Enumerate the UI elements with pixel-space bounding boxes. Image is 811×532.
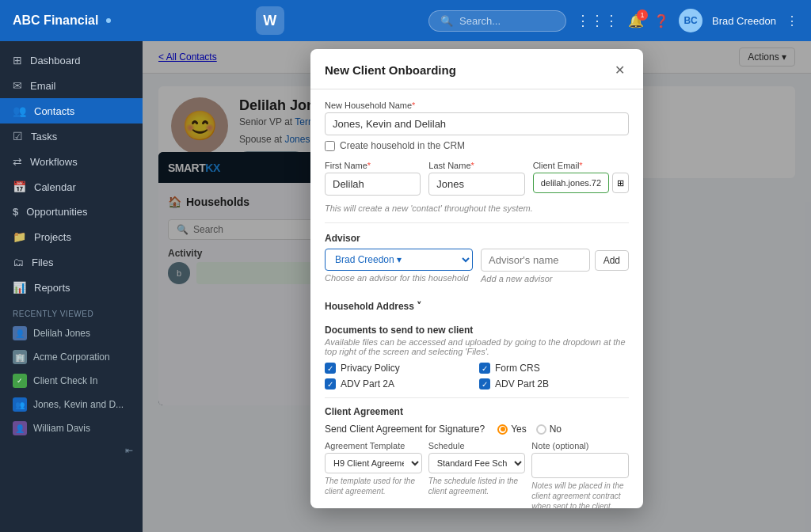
search-icon: 🔍: [440, 15, 453, 27]
email-row: ⊞: [533, 173, 629, 193]
calendar-icon: 📅: [13, 180, 26, 193]
email-col: Client Email* ⊞: [533, 161, 629, 196]
modal-title: New Client Onboarding: [325, 63, 456, 77]
user-menu-icon[interactable]: ⋮: [786, 13, 798, 28]
help-icon[interactable]: ❓: [653, 13, 669, 28]
sidebar-item-workflows[interactable]: ⇄ Workflows: [0, 149, 143, 174]
sidebar-item-contacts[interactable]: 👥 Contacts: [0, 98, 143, 124]
recent-item-delilah[interactable]: 👤 Delilah Jones: [0, 321, 143, 345]
household-address-row[interactable]: Household Address ˅: [325, 291, 629, 317]
contacts-icon: 👥: [13, 104, 26, 117]
app-layout: ⊞ Dashboard ✉ Email 👥 Contacts ☑ Tasks ⇄…: [0, 41, 811, 532]
recent-item-william[interactable]: 👤 William Davis: [0, 416, 143, 440]
advisor-name-input[interactable]: [481, 249, 590, 272]
privacy-policy-checkbox[interactable]: ✓: [325, 363, 336, 374]
reports-icon: 📊: [13, 281, 26, 294]
adv-2a-label: ADV Part 2A: [341, 378, 394, 390]
household-name-label: New Household Name*: [325, 101, 629, 110]
workflows-icon: ⇄: [13, 155, 22, 168]
adv-2b-checkbox[interactable]: ✓: [479, 378, 490, 390]
grid-icon[interactable]: ⋮⋮⋮: [576, 12, 619, 29]
schedule-note: The schedule listed in the client agreem…: [428, 476, 526, 496]
advisor-select[interactable]: Brad Creedon ▾: [325, 249, 473, 271]
create-crm-checkbox[interactable]: [325, 141, 335, 151]
last-name-input[interactable]: [428, 173, 524, 196]
projects-icon: 📁: [13, 230, 26, 243]
email-input[interactable]: [533, 173, 609, 193]
last-name-col: Last Name*: [428, 161, 524, 196]
template-label: Agreement Template: [325, 441, 422, 450]
sidebar-item-tasks[interactable]: ☑ Tasks: [0, 124, 143, 149]
advisor-row: Brad Creedon ▾ Choose an advisor for thi…: [325, 249, 629, 283]
advisor-section-title: Advisor: [325, 233, 629, 244]
sidebar-collapse-btn[interactable]: ⇤: [0, 440, 143, 461]
recently-viewed-section: RECENTLY VIEWED: [0, 300, 143, 321]
global-search[interactable]: 🔍: [428, 10, 566, 32]
brand-logo: ABC Financial: [13, 13, 111, 28]
recent-item-checkin[interactable]: ✓ Client Check In: [0, 369, 143, 393]
recent-label-checkin: Client Check In: [33, 375, 97, 386]
sidebar-label-email: Email: [30, 80, 56, 92]
sidebar-item-dashboard[interactable]: ⊞ Dashboard: [0, 48, 143, 73]
docs-section: Documents to send to new client Availabl…: [325, 325, 629, 390]
email-icon: ✉: [13, 79, 22, 92]
ca-no-label: No: [550, 424, 562, 435]
first-name-col: First Name*: [325, 161, 421, 196]
add-advisor-col: Add Add a new advisor: [481, 249, 629, 283]
ca-no-radio[interactable]: [536, 424, 546, 435]
modal-close-btn[interactable]: ✕: [610, 60, 629, 79]
doc-adv-2b: ✓ ADV Part 2B: [479, 378, 629, 390]
sidebar-item-email[interactable]: ✉ Email: [0, 73, 143, 98]
adv-2a-checkbox[interactable]: ✓: [325, 378, 336, 390]
user-name: Brad Creedon: [712, 15, 776, 27]
signature-row: Send Client Agreement for Signature? Yes: [325, 424, 629, 435]
add-advisor-row: Add: [481, 249, 629, 272]
ca-no-option[interactable]: No: [536, 424, 562, 435]
notification-bell[interactable]: 🔔 1: [628, 13, 644, 28]
recent-icon-cc: ✓: [13, 374, 27, 388]
modal-overlay: New Client Onboarding ✕ New Household Na…: [143, 41, 811, 532]
schedule-select[interactable]: Standard Fee Schedule ˅: [428, 453, 526, 473]
search-input[interactable]: [459, 15, 554, 27]
choose-advisor-note: Choose an advisor for this household: [325, 273, 473, 283]
recent-label-delilah: Delilah Jones: [33, 328, 90, 339]
add-advisor-btn[interactable]: Add: [595, 250, 629, 271]
first-name-label: First Name*: [325, 161, 421, 170]
dashboard-icon: ⊞: [13, 54, 22, 66]
template-select[interactable]: H9 Client Agreement.p...: [325, 453, 422, 473]
ca-yes-radio[interactable]: [497, 424, 508, 435]
ca-radio-group: Yes No: [497, 424, 562, 435]
sidebar-item-files[interactable]: 🗂 Files: [0, 249, 143, 275]
client-agreement-section: Client Agreement Send Client Agreement f…: [325, 397, 629, 508]
sidebar-label-files: Files: [32, 256, 53, 268]
email-options-btn[interactable]: ⊞: [612, 173, 629, 193]
recent-label-jones: Jones, Kevin and D...: [33, 399, 124, 410]
user-avatar[interactable]: BC: [679, 9, 702, 32]
new-client-onboarding-modal: New Client Onboarding ✕ New Household Na…: [310, 49, 643, 508]
sidebar-item-calendar[interactable]: 📅 Calendar: [0, 174, 143, 200]
recent-item-jones[interactable]: 👥 Jones, Kevin and D...: [0, 393, 143, 416]
note-input[interactable]: [531, 453, 629, 478]
sidebar-label-opportunities: Opportunities: [26, 206, 87, 218]
schedule-col: Schedule Standard Fee Schedule ˅ The sch…: [428, 441, 526, 508]
privacy-policy-label: Privacy Policy: [341, 363, 400, 374]
app-logo: W: [256, 6, 284, 35]
collapse-icon: ⇤: [125, 445, 133, 456]
sidebar-item-projects[interactable]: 📁 Projects: [0, 224, 143, 249]
create-contact-note: This will create a new 'contact' through…: [325, 203, 629, 213]
form-crs-checkbox[interactable]: ✓: [479, 363, 490, 374]
schedule-label: Schedule: [428, 441, 526, 450]
tasks-icon: ☑: [13, 130, 23, 142]
first-name-input[interactable]: [325, 173, 421, 196]
recent-item-acme[interactable]: 🏢 Acme Corporation: [0, 345, 143, 369]
ca-yes-option[interactable]: Yes: [497, 424, 527, 435]
sidebar-item-reports[interactable]: 📊 Reports: [0, 275, 143, 300]
sidebar-item-opportunities[interactable]: $ Opportunities: [0, 200, 143, 224]
sidebar-label-projects: Projects: [34, 231, 71, 243]
doc-privacy-policy: ✓ Privacy Policy: [325, 363, 474, 374]
household-name-input[interactable]: [325, 112, 629, 135]
opportunities-icon: $: [13, 206, 18, 218]
nav-right: 🔍 ⋮⋮⋮ 🔔 1 ❓ BC Brad Creedon ⋮: [428, 9, 798, 32]
note-label: Note (optional): [531, 441, 629, 450]
create-crm-label: Create household in the CRM: [340, 140, 465, 151]
